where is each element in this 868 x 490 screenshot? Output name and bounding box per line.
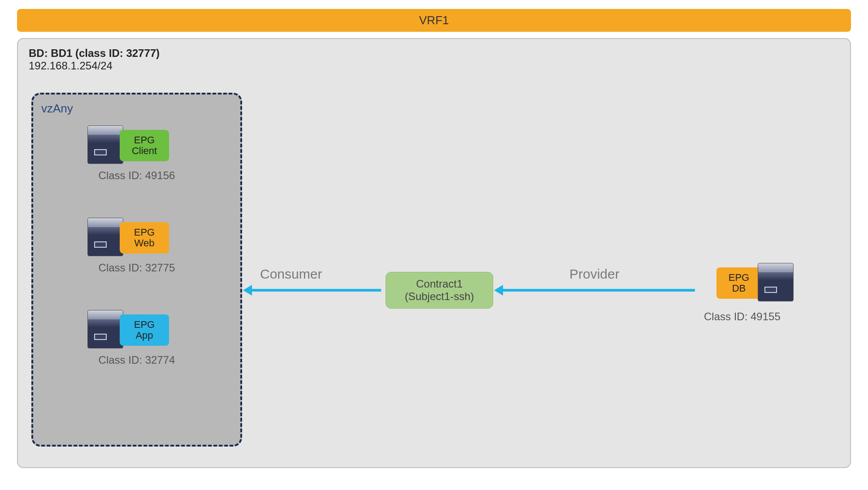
vrf-header: VRF1 bbox=[17, 9, 851, 32]
epg-line2: App bbox=[135, 330, 153, 341]
server-icon bbox=[758, 263, 794, 301]
epg-db-tag: EPG DB bbox=[716, 267, 761, 299]
epg-line1: EPG bbox=[134, 135, 155, 146]
epg-app-tag: EPG App bbox=[120, 314, 169, 346]
epg-line2: Web bbox=[135, 238, 155, 249]
epg-client-tag: EPG Client bbox=[120, 130, 169, 161]
epg-line1: EPG bbox=[134, 227, 155, 238]
epg-app-class-id: Class ID: 32774 bbox=[41, 354, 232, 366]
epg-db-group: EPG DB bbox=[708, 263, 807, 317]
epg-line1: EPG bbox=[134, 319, 155, 330]
vzany-group: vzAny EPG Client Class ID: 49156 EPG Web… bbox=[31, 93, 242, 447]
bd-container: BD: BD1 (class ID: 32777) 192.168.1.254/… bbox=[17, 38, 851, 468]
bd-title: BD: BD1 (class ID: 32777) bbox=[29, 47, 839, 60]
consumer-arrow-icon bbox=[251, 289, 381, 292]
epg-web-group: EPG Web Class ID: 32775 bbox=[41, 218, 232, 274]
contract-subject: (Subject1-ssh) bbox=[405, 290, 474, 303]
contract-box: Contract1 (Subject1-ssh) bbox=[386, 272, 493, 309]
epg-db-class-id: Class ID: 49155 bbox=[704, 310, 781, 323]
epg-app-group: EPG App Class ID: 32774 bbox=[41, 310, 232, 366]
server-icon bbox=[87, 125, 123, 164]
epg-web-tag: EPG Web bbox=[120, 222, 169, 254]
epg-web-class-id: Class ID: 32775 bbox=[41, 262, 232, 274]
epg-client-class-id: Class ID: 49156 bbox=[41, 169, 232, 182]
epg-line2: Client bbox=[132, 146, 157, 156]
consumer-label: Consumer bbox=[260, 266, 322, 282]
epg-client-group: EPG Client Class ID: 49156 bbox=[41, 125, 232, 182]
contract-name: Contract1 bbox=[416, 278, 463, 290]
vzany-label: vzAny bbox=[41, 102, 232, 116]
server-icon bbox=[87, 218, 123, 256]
provider-arrow-icon bbox=[502, 289, 695, 292]
epg-line1: EPG bbox=[729, 272, 749, 283]
epg-line2: DB bbox=[732, 283, 746, 294]
server-icon bbox=[87, 310, 123, 348]
provider-label: Provider bbox=[569, 266, 620, 282]
bd-subnet: 192.168.1.254/24 bbox=[29, 60, 839, 72]
